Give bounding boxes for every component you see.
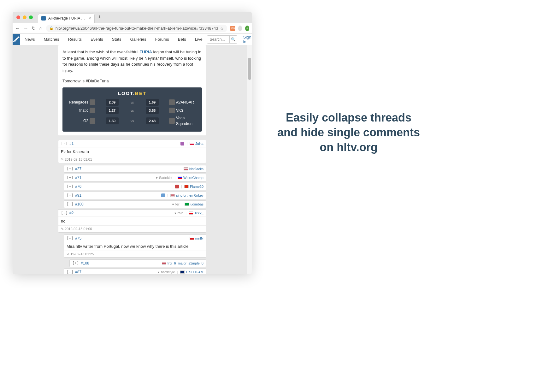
bet-row[interactable]: Renegades2.09vs1.69AVANGAR — [66, 99, 198, 106]
article-hashtag: Tomorrow is #DiaDeFuria — [62, 78, 202, 84]
expand-toggle[interactable]: [+] — [67, 167, 74, 171]
collapse-toggle[interactable]: [-] — [67, 270, 74, 274]
nav-live[interactable]: Live — [191, 37, 207, 42]
username-link[interactable]: WeirdChamp — [183, 176, 203, 180]
scrollbar-thumb[interactable] — [248, 58, 251, 80]
comment-number[interactable]: #75 — [75, 236, 81, 241]
new-tab-button[interactable]: + — [98, 14, 101, 21]
bet-logo[interactable]: LOOT.BET — [66, 90, 198, 97]
search-button[interactable]: 🔍 — [229, 35, 237, 44]
collapse-toggle[interactable]: [-] — [67, 236, 74, 241]
username-link[interactable]: Flame20 — [190, 185, 203, 188]
comment-number[interactable]: #180 — [75, 202, 84, 206]
flag-icon — [190, 237, 194, 240]
browser-tab[interactable]: All-the-rage FURIA out to make × — [38, 14, 95, 23]
username-link[interactable]: TrYx_ — [194, 211, 203, 215]
comment-number[interactable]: #1 — [69, 141, 74, 146]
user-icon — [161, 193, 165, 197]
odd-left[interactable]: 2.09 — [106, 99, 119, 106]
expand-toggle[interactable]: [+] — [72, 261, 79, 265]
comment-body: Mira hltv writer from Portugal, now we k… — [64, 242, 206, 251]
tab-title: All-the-rage FURIA out to make — [48, 16, 86, 21]
odd-left[interactable]: 1.27 — [106, 107, 119, 114]
nav-events[interactable]: Events — [86, 37, 108, 42]
odd-right[interactable]: 3.55 — [146, 107, 159, 114]
odd-right[interactable]: 2.48 — [146, 117, 159, 124]
username-link[interactable]: Julka — [195, 142, 203, 146]
search-input[interactable] — [207, 37, 229, 42]
extension-plus-icon[interactable]: + — [245, 26, 249, 31]
url-bar: ← → ↻ ⌂ 🔒 hltv.org/news/26046/all-the-ra… — [13, 23, 252, 34]
comment-number[interactable]: #108 — [81, 261, 89, 265]
username-link[interactable]: mirtN — [195, 236, 203, 240]
browser-window: All-the-rage FURIA out to make × + ← → ↻… — [13, 12, 252, 274]
bet-widget: LOOT.BET Renegades2.09vs1.69AVANGARfnati… — [62, 87, 202, 132]
nav-bets[interactable]: Bets — [174, 37, 191, 42]
comment-number[interactable]: #87 — [75, 270, 81, 274]
odd-left[interactable]: 1.50 — [106, 117, 119, 124]
odd-right[interactable]: 1.69 — [146, 99, 159, 106]
close-tab-icon[interactable]: × — [89, 16, 91, 21]
bet-row[interactable]: G21.50vs2.48Vega Squadron — [66, 115, 198, 127]
marketing-caption: Easily collapse threads and hide single … — [274, 110, 423, 155]
nav-stats[interactable]: Stats — [108, 37, 126, 42]
minimize-window-button[interactable] — [23, 15, 27, 19]
team-right: AVANGAR — [169, 99, 198, 105]
collapse-toggle[interactable]: [-] — [61, 211, 68, 215]
vs-label: vs — [129, 108, 135, 113]
home-button[interactable]: ⌂ — [39, 26, 43, 31]
flag-icon — [170, 194, 175, 197]
comment-number[interactable]: #76 — [75, 184, 81, 189]
username-link[interactable]: singforthem0nkey — [176, 193, 203, 197]
expand-toggle[interactable]: [+] — [67, 193, 74, 198]
user-icon — [175, 185, 179, 188]
username-link[interactable]: fnx_6_major_s1mple_0 — [168, 261, 203, 265]
comments-section: [-] #1 | Julka Ez for Kscerato 2019-02-1… — [58, 140, 206, 274]
expand-toggle[interactable]: [+] — [67, 175, 74, 180]
comment-number[interactable]: #91 — [75, 193, 81, 198]
comment-number[interactable]: #27 — [75, 167, 81, 171]
expand-toggle[interactable]: [+] — [67, 184, 74, 189]
username-link[interactable]: udimbas — [190, 202, 203, 206]
article-link-furia[interactable]: FURIA — [139, 50, 152, 54]
profile-avatar[interactable] — [238, 26, 242, 31]
forward-button[interactable]: → — [23, 26, 28, 31]
nav-news[interactable]: News — [20, 37, 39, 42]
heart-icon: ♥ — [174, 211, 176, 215]
team-left: fnatic — [66, 108, 95, 113]
comment-2: [-] #2 ♥ rain| TrYx_ no 2019-02-13 01:00 — [58, 209, 206, 233]
username-link[interactable]: ITSLITFAM — [186, 270, 203, 274]
scrollbar[interactable] — [247, 45, 252, 274]
nav-matches[interactable]: Matches — [39, 37, 64, 42]
fan-label: Sadokist — [159, 176, 172, 180]
fan-label: fer — [175, 202, 180, 206]
article-text-prefix: At least that is the wish of the ever-fa… — [62, 50, 139, 54]
bet-row[interactable]: fnatic1.27vs3.55ViCi — [66, 107, 198, 114]
team-icon — [169, 108, 175, 113]
back-button[interactable]: ← — [15, 26, 20, 31]
close-window-button[interactable] — [16, 15, 20, 19]
vs-label: vs — [129, 119, 135, 123]
comment-number[interactable]: #2 — [69, 211, 74, 215]
maximize-window-button[interactable] — [29, 15, 33, 19]
extension-badge[interactable]: 105 — [230, 26, 235, 31]
username-link[interactable]: NotJacks — [189, 167, 203, 171]
comment-75: [-] #75 mirtN Mira hltv writer from Port… — [64, 235, 206, 258]
user-icon — [180, 142, 184, 146]
comment-number[interactable]: #71 — [75, 175, 81, 180]
nav-results[interactable]: Results — [64, 37, 86, 42]
heart-icon: ♥ — [172, 203, 174, 206]
flag-icon — [184, 185, 189, 188]
nav-galleries[interactable]: Galleries — [126, 37, 150, 42]
comment-76: [+] #76 | Flame20 — [64, 183, 206, 190]
reload-button[interactable]: ↻ — [32, 25, 36, 31]
address-bar[interactable]: 🔒 hltv.org/news/26046/all-the-rage-furia… — [46, 25, 227, 32]
site-logo[interactable] — [13, 34, 20, 45]
nav-forums[interactable]: Forums — [151, 37, 174, 42]
team-right: ViCi — [169, 108, 198, 113]
heart-icon: ♥ — [158, 270, 160, 274]
bookmark-icon[interactable]: ☆ — [220, 26, 224, 31]
expand-toggle[interactable]: [+] — [67, 202, 74, 206]
collapse-toggle[interactable]: [-] — [61, 141, 68, 146]
signin-link[interactable]: Sign in — [240, 35, 252, 44]
